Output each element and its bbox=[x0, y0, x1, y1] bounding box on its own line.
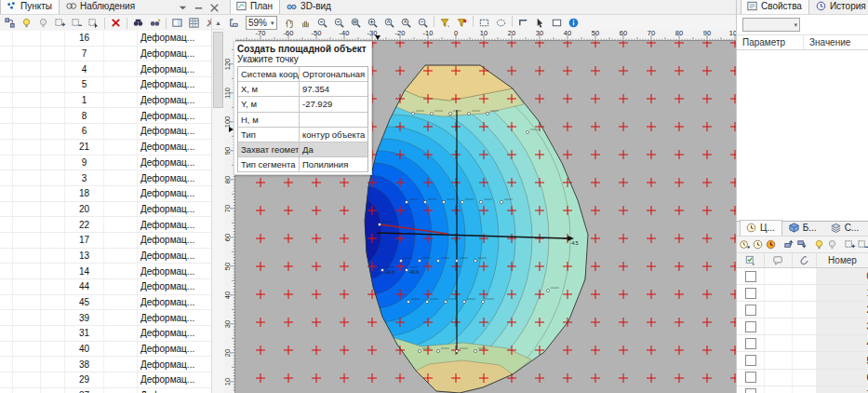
scroll-up-icon[interactable]: ▲ bbox=[212, 17, 224, 30]
cycle-checkbox[interactable] bbox=[745, 288, 756, 299]
table-row[interactable]: 13Деформац... bbox=[0, 249, 212, 264]
field-value[interactable]: 97.354 bbox=[300, 82, 367, 96]
cycles-bulb_off-icon[interactable] bbox=[826, 237, 838, 251]
table-row[interactable]: 14Деформац... bbox=[0, 264, 212, 279]
cycles-clock-icon[interactable] bbox=[752, 237, 764, 251]
cycle-row[interactable]: 3 bbox=[737, 318, 868, 335]
cycles-sel_del-icon[interactable] bbox=[857, 237, 868, 251]
table-row[interactable]: 37Деформац... bbox=[0, 388, 212, 393]
plan-hand-icon[interactable] bbox=[281, 16, 297, 30]
left-xred-icon[interactable] bbox=[108, 16, 124, 30]
col-value[interactable]: Значение bbox=[804, 35, 868, 49]
table-row[interactable]: 1Деформац... bbox=[0, 93, 212, 109]
plan-lasso-icon[interactable] bbox=[493, 16, 509, 30]
table-row[interactable]: 18Деформац... bbox=[0, 186, 212, 202]
tab-3d-view[interactable]: 3D-вид bbox=[280, 0, 339, 14]
plan-zoomprev-icon[interactable] bbox=[415, 16, 431, 30]
left-panel-icon[interactable] bbox=[169, 16, 185, 30]
property-filter-select[interactable]: ▾ bbox=[742, 18, 800, 32]
scrollbar-thumb[interactable] bbox=[213, 32, 223, 108]
snap-settings-icon[interactable] bbox=[226, 16, 242, 30]
tab-punkty[interactable]: Пункты bbox=[0, 0, 60, 14]
table-row[interactable]: 16Деформац... bbox=[0, 31, 212, 47]
cycle-row[interactable]: 2 bbox=[737, 302, 868, 318]
plan-zoomout-icon[interactable] bbox=[314, 16, 330, 30]
table-row[interactable]: 38Деформац... bbox=[0, 357, 212, 373]
plan-corner-icon[interactable] bbox=[515, 16, 531, 30]
table-row[interactable]: 45Деформац... bbox=[0, 295, 212, 311]
cycles-sel_add-icon[interactable] bbox=[844, 237, 856, 251]
left-sel_del-icon[interactable] bbox=[69, 16, 85, 30]
table-row[interactable]: 8Деформац... bbox=[0, 108, 212, 124]
plan-zoomall-icon[interactable]: A bbox=[381, 16, 397, 30]
table-row[interactable]: 5Деформац... bbox=[0, 77, 212, 93]
cycle-row[interactable]: 7 bbox=[737, 386, 868, 393]
table-row[interactable]: 3Деформац... bbox=[0, 170, 212, 186]
field-value[interactable]: Полилиния bbox=[300, 157, 367, 171]
plan-zoompan-icon[interactable] bbox=[365, 16, 381, 30]
close-icon[interactable] bbox=[208, 2, 220, 14]
field-value[interactable]: Ортогональная bbox=[300, 67, 367, 81]
tab-plan[interactable]: План bbox=[230, 0, 280, 14]
minimize-icon[interactable] bbox=[193, 2, 205, 14]
tab-blocks[interactable]: Б... bbox=[782, 220, 824, 236]
table-row[interactable]: 22Деформац... bbox=[0, 217, 212, 233]
left-table-scrollbar[interactable]: ▲ bbox=[211, 17, 224, 393]
left-grid-icon[interactable] bbox=[186, 16, 202, 30]
field-value[interactable]: Да bbox=[300, 142, 367, 156]
col-number[interactable]: Номер bbox=[817, 253, 868, 267]
tab-cycles[interactable]: Ц... bbox=[740, 220, 782, 236]
left-sel_ptr-icon[interactable] bbox=[86, 16, 101, 30]
select-all-icon[interactable] bbox=[737, 253, 765, 267]
field-value[interactable]: контур объекта bbox=[300, 128, 367, 142]
table-row[interactable]: 20Деформац... bbox=[0, 202, 212, 218]
plan-cursor-icon[interactable] bbox=[532, 16, 548, 30]
table-row[interactable]: 17Деформац... bbox=[0, 233, 212, 249]
left-binoc2-icon[interactable] bbox=[147, 16, 163, 30]
field-value[interactable] bbox=[300, 113, 367, 127]
table-row[interactable]: 31Деформац... bbox=[0, 326, 212, 342]
cycle-row[interactable]: 4 bbox=[737, 335, 868, 352]
cycle-row[interactable]: 0 bbox=[737, 268, 868, 285]
cycle-row[interactable]: 1 bbox=[737, 285, 868, 302]
col-parameter[interactable]: Параметр bbox=[737, 35, 804, 49]
tab-layers[interactable]: С... bbox=[824, 220, 867, 236]
plan-zoomout-icon[interactable] bbox=[331, 16, 347, 30]
table-row[interactable]: 6Деформац... bbox=[0, 124, 212, 140]
table-row[interactable]: 9Деформац... bbox=[0, 156, 212, 171]
chevron-down-icon[interactable] bbox=[177, 2, 189, 14]
plan-hand2-icon[interactable] bbox=[298, 16, 314, 30]
plan-zoomrect-icon[interactable] bbox=[348, 16, 364, 30]
left-binoc-icon[interactable] bbox=[130, 16, 146, 30]
cycle-checkbox[interactable] bbox=[745, 305, 756, 316]
cycle-row[interactable]: 5 bbox=[737, 352, 868, 369]
left-bulb_off-icon[interactable] bbox=[35, 16, 51, 30]
cycle-checkbox[interactable] bbox=[745, 372, 756, 383]
plan-frame-icon[interactable] bbox=[549, 16, 565, 30]
table-row[interactable]: 4Деформац... bbox=[0, 61, 212, 77]
plan-info-icon[interactable] bbox=[566, 16, 581, 30]
cycle-checkbox[interactable] bbox=[745, 271, 756, 282]
table-row[interactable]: 40Деформац... bbox=[0, 342, 212, 358]
cycles-layerup-icon[interactable] bbox=[782, 237, 795, 251]
plan-zoomsel-icon[interactable]: A bbox=[398, 16, 414, 30]
left-bulb_on-icon[interactable] bbox=[19, 16, 34, 30]
cycle-row[interactable]: 6 bbox=[737, 370, 868, 386]
plan-filter-icon[interactable] bbox=[437, 16, 453, 30]
tab-properties[interactable]: Свойства bbox=[741, 0, 809, 14]
cycles-bulb_on-icon[interactable] bbox=[813, 237, 825, 251]
table-row[interactable]: 29Деформац... bbox=[0, 373, 212, 388]
field-value[interactable]: -27.929 bbox=[300, 97, 367, 111]
table-row[interactable]: 7Деформац... bbox=[0, 47, 212, 62]
plan-rect-icon[interactable] bbox=[476, 16, 492, 30]
zoom-select[interactable]: 59% ▾ bbox=[246, 16, 277, 30]
tab-history[interactable]: История bbox=[809, 0, 868, 14]
table-row[interactable]: 44Деформац... bbox=[0, 279, 212, 295]
left-sel_add-icon[interactable] bbox=[52, 16, 68, 30]
cycles-clockadd-icon[interactable] bbox=[739, 237, 751, 251]
cycle-checkbox[interactable] bbox=[745, 321, 756, 332]
left-link-icon[interactable] bbox=[2, 16, 18, 30]
cycles-clockon-icon[interactable] bbox=[765, 237, 777, 251]
plan-filterx-icon[interactable] bbox=[454, 16, 470, 30]
table-row[interactable]: 21Деформац... bbox=[0, 140, 212, 156]
